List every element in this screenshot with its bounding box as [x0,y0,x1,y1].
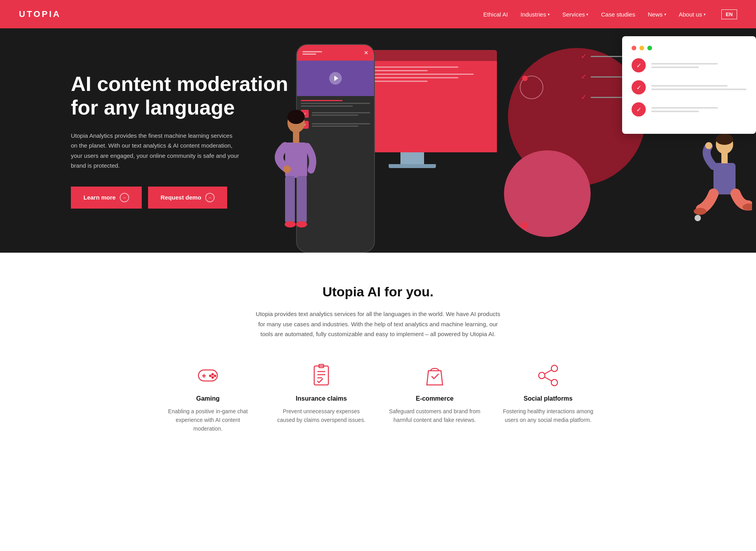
svg-point-14 [694,208,706,215]
nav-item-ethical-ai[interactable]: Ethical AI [483,11,508,18]
hero-dot-1 [522,76,528,81]
checklist-item-3: ✓ [632,102,747,116]
svg-point-28 [551,365,558,372]
cards-row: Gaming Enabling a positive in-game chat … [16,363,740,433]
monitor-dot [332,54,335,57]
svg-line-31 [545,370,552,374]
svg-point-30 [551,379,558,386]
checklist-item-1: ✓ [632,58,747,72]
phone-check-icon: ✓ [301,110,309,118]
card-insurance: Insurance claims Prevent unnecessary exp… [274,363,369,433]
check-circle-icon: ✓ [632,58,646,72]
svg-point-13 [705,142,712,149]
request-demo-button[interactable]: Request demo → [148,187,227,209]
play-button-icon [329,72,342,85]
arrow-right-icon: → [120,193,129,202]
card-gaming: Gaming Enabling a positive in-game chat … [161,363,255,433]
arrow-right-icon: → [205,193,215,202]
nav-item-services[interactable]: Services ▾ [562,11,589,18]
chevron-down-icon: ▾ [548,12,550,17]
window-dot-yellow [639,46,644,50]
window-dot-green [647,46,652,50]
chevron-down-icon: ▾ [704,12,706,17]
svg-point-22 [209,375,211,377]
nav-item-news[interactable]: News ▾ [648,11,666,18]
chevron-down-icon: ▾ [664,12,666,17]
nav-item-case-studies[interactable]: Case studies [601,11,635,18]
hero-section: AI content moderation for any language U… [0,28,756,253]
svg-point-19 [212,373,213,375]
hero-dot-3 [695,215,701,221]
share-icon [536,363,561,388]
card-gaming-title: Gaming [161,395,255,402]
card-insurance-desc: Prevent unnecessary expenses caused by c… [274,407,369,425]
site-logo[interactable]: UTOPIA [19,9,61,19]
monitor-dot [343,54,346,57]
svg-point-21 [212,377,213,378]
svg-point-7 [285,221,296,227]
card-insurance-title: Insurance claims [274,395,369,402]
phone-video-area [297,61,374,96]
svg-rect-6 [297,176,307,223]
character-right-illustration [681,127,752,253]
window-dot-red [632,46,636,50]
navbar: UTOPIA Ethical AI Industries ▾ Services … [0,0,756,28]
svg-rect-12 [721,153,728,163]
hero-circle-2 [665,76,685,95]
hero-dot-2 [521,222,528,229]
svg-point-20 [214,375,216,377]
checklist-item-2: ✓ [632,80,747,94]
phone-mockup: ✕ ✓ [296,44,375,253]
hero-description: Utopia Analytics provides the finest mac… [71,131,240,171]
svg-point-15 [743,203,752,211]
card-social-title: Social platforms [501,395,595,402]
utopia-ai-section: Utopia AI for you. Utopia provides text … [0,253,756,457]
monitor-base [389,164,436,168]
svg-rect-23 [314,366,328,385]
svg-point-10 [716,134,733,145]
phone-check-icon: ✓ [301,121,309,129]
nav-item-about[interactable]: About us ▾ [679,11,706,18]
svg-rect-11 [713,163,736,194]
monitor-stand [400,152,424,164]
card-ecommerce-desc: Safeguard customers and brand from harmf… [387,407,482,425]
chevron-down-icon: ▾ [586,12,588,17]
game-controller-icon [195,363,220,388]
section-description: Utopia provides text analytics services … [252,309,504,339]
hero-illustration: ✓ ✓ ✓ [265,28,756,253]
shopping-bag-icon [422,363,447,388]
hero-title: AI content moderation for any language [71,72,291,120]
svg-point-8 [296,221,307,227]
hero-blob-pink [504,150,591,237]
monitor-dot [337,54,340,57]
learn-more-button[interactable]: Learn more → [71,187,142,209]
hero-content: AI content moderation for any language U… [71,72,291,209]
card-social-desc: Fostering healthy interactions among use… [501,407,595,425]
svg-line-32 [545,377,552,381]
card-ecommerce-title: E-commerce [387,395,482,402]
nav-item-industries[interactable]: Industries ▾ [521,11,550,18]
card-social: Social platforms Fostering healthy inter… [501,363,595,433]
language-selector[interactable]: EN [718,9,737,19]
hero-buttons: Learn more → Request demo → [71,187,291,209]
svg-point-9 [716,135,733,154]
svg-point-29 [539,372,545,379]
monitor-mockup [328,50,497,168]
card-gaming-desc: Enabling a positive in-game chat experie… [161,407,255,433]
nav-links: Ethical AI Industries ▾ Services ▾ Case … [483,9,737,19]
card-ecommerce: E-commerce Safeguard customers and brand… [387,363,482,433]
monitor-screen [328,50,497,152]
section-title: Utopia AI for you. [16,284,740,300]
svg-rect-3 [293,132,299,143]
document-icon [309,363,334,388]
